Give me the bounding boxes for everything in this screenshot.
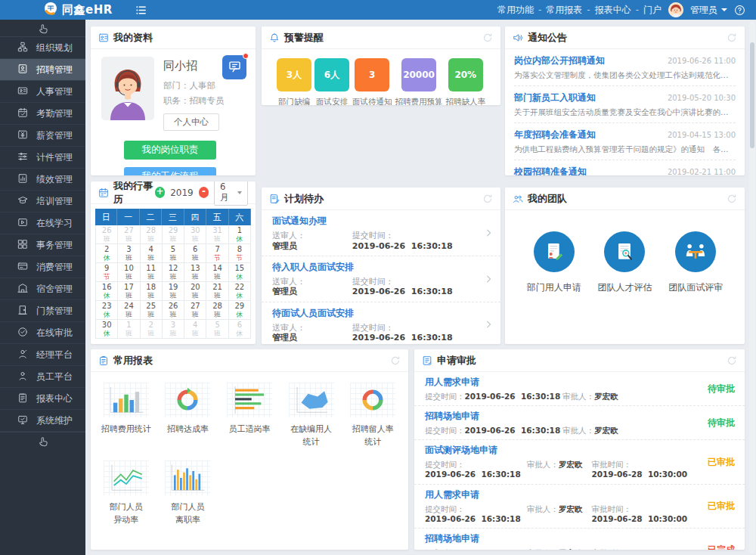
calendar-day-cell[interactable]: 26 班 xyxy=(96,225,118,244)
calendar-day-cell[interactable]: 2 休 xyxy=(96,244,118,263)
approval-title[interactable]: 招聘场地申请 xyxy=(425,411,479,422)
report-shortcut[interactable]: 招聘留人率 统计 xyxy=(342,383,404,448)
approval-title[interactable]: 面试测评场地申请 xyxy=(425,445,497,456)
sidebar-item[interactable]: 培训管理 xyxy=(0,191,85,212)
sidebar-item[interactable]: 计件管理 xyxy=(0,147,85,169)
calendar-day-cell[interactable]: 21 班 xyxy=(206,282,228,301)
personal-center-button[interactable]: 个人中心 xyxy=(163,113,219,131)
todo-item[interactable]: 待入职人员面试安排 送审人：管理员 提交时间：2019-06-26 16:30:… xyxy=(262,256,500,302)
alert-tile-value[interactable]: 3 xyxy=(355,58,389,91)
calendar-day-cell[interactable]: 14 班 xyxy=(206,263,228,282)
list-menu-icon[interactable] xyxy=(135,5,147,16)
alert-tile[interactable]: 3 面试待通知 xyxy=(352,58,392,105)
approval-item[interactable]: 用人需求申请 提交时间：2019-06-26 16:30:18 审批人：罗宏欧 … xyxy=(414,372,745,406)
sidebar-item[interactable]: 事务管理 xyxy=(0,234,85,256)
scrollbar-thumb[interactable] xyxy=(750,42,754,148)
todo-title[interactable]: 待面试人员面试安排 xyxy=(272,308,481,318)
calendar-day-cell[interactable]: 3 班 xyxy=(118,244,140,263)
notice-item[interactable]: 部门新员工入职通知 2019-05-20 10:30 关于开展班组安全活动质量竞… xyxy=(514,86,736,123)
refresh-icon[interactable] xyxy=(390,355,401,366)
topbar-nav-item[interactable]: 常用功能 xyxy=(497,4,534,17)
calendar-day-cell[interactable]: 5 班 xyxy=(206,320,228,339)
report-donut-arrow-icon[interactable] xyxy=(165,383,210,417)
month-select[interactable]: 6月 xyxy=(214,181,248,206)
sidebar-item[interactable]: 报表中心 xyxy=(0,388,85,410)
calendar-day-cell[interactable]: 16 休 xyxy=(96,282,118,301)
report-shortcut[interactable]: 招聘达成率 xyxy=(157,383,219,448)
topbar-nav-item[interactable]: 门户 xyxy=(643,4,662,17)
refresh-icon[interactable] xyxy=(727,194,737,204)
calendar-day-cell[interactable]: 18 班 xyxy=(141,282,163,301)
talent-evaluation-icon[interactable] xyxy=(604,231,645,272)
calendar-day-cell[interactable]: 10 班 xyxy=(118,263,140,282)
user-avatar[interactable] xyxy=(668,2,683,17)
sidebar-item[interactable]: 宿舍管理 xyxy=(0,278,85,300)
calendar-day-cell[interactable]: 26 班 xyxy=(163,301,184,320)
sidebar-item[interactable]: 消费管理 xyxy=(0,256,85,278)
approval-title[interactable]: 用人需求申请 xyxy=(425,377,479,388)
notice-item[interactable]: 校园招聘准备通知 2019-02-21 11:00 要进一步加强供用电合同管理，… xyxy=(514,160,736,175)
calendar-day-cell[interactable]: 17 班 xyxy=(118,282,140,301)
calendar-day-cell[interactable]: 23 休 xyxy=(96,301,118,320)
alert-tile[interactable]: 20000 招聘费用预算 xyxy=(395,58,443,105)
calendar-day-cell[interactable]: 5 班 xyxy=(163,244,184,263)
sidebar-item[interactable]: 组织规划 xyxy=(0,37,85,59)
team-shortcut[interactable]: 部门用人申请 xyxy=(527,231,581,294)
calendar-day-cell[interactable]: 4 班 xyxy=(184,320,206,339)
refresh-icon[interactable] xyxy=(482,33,493,43)
notice-title[interactable]: 年度招聘会准备通知 xyxy=(514,129,596,141)
sidebar-item[interactable]: 绩效管理 xyxy=(0,169,85,191)
calendar-day-cell[interactable]: 19 班 xyxy=(163,282,184,301)
report-shortcut[interactable]: 员工适岗率 xyxy=(218,383,280,448)
refresh-icon[interactable] xyxy=(482,194,493,204)
calendar-day-cell[interactable]: 12 班 xyxy=(163,263,184,282)
alert-tile-value[interactable]: 6人 xyxy=(314,58,349,91)
sidebar-item[interactable]: 经理平台 xyxy=(0,344,85,366)
report-columns-chart-icon[interactable] xyxy=(165,460,210,495)
todo-item[interactable]: 待面试人员面试安排 送审人：管理员 提交时间：2019-06-26 16:30:… xyxy=(262,302,500,344)
notice-item[interactable]: 年度招聘会准备通知 2019-04-15 13:00 为供电工程贴费纳入预算管理… xyxy=(514,123,736,160)
topbar-nav-item[interactable]: 常用报表 xyxy=(546,4,582,17)
report-shortcut[interactable]: 部门人员 离职率 xyxy=(157,460,219,526)
approval-status-badge[interactable]: 已审批 xyxy=(708,455,735,468)
calendar-day-cell[interactable]: 3 班 xyxy=(163,320,184,339)
my-duties-button[interactable]: 我的岗位职责 xyxy=(124,141,216,160)
alert-tile[interactable]: 20% 招聘缺人率 xyxy=(446,58,486,105)
report-area-chart-icon[interactable] xyxy=(289,383,334,417)
calendar-day-cell[interactable]: 30 休 xyxy=(96,320,118,339)
report-shortcut[interactable]: 部门人员 异动率 xyxy=(95,460,157,526)
calendar-day-cell[interactable]: 4 班 xyxy=(141,244,163,263)
hand-pointer-icon[interactable] xyxy=(0,20,85,37)
calendar-day-cell[interactable]: 22 休 xyxy=(229,282,251,301)
approval-status-badge[interactable]: 已审批 xyxy=(708,500,735,513)
user-menu[interactable]: 管理员 xyxy=(690,4,727,17)
approval-title[interactable]: 用人需求申请 xyxy=(425,489,479,501)
calendar-day-cell[interactable]: 13 班 xyxy=(184,263,206,282)
notice-title[interactable]: 岗位内部公开招聘通知 xyxy=(514,54,605,67)
page-scrollbar[interactable] xyxy=(749,21,755,553)
calendar-day-cell[interactable]: 1 休 xyxy=(229,225,251,244)
todo-title[interactable]: 待入职人员面试安排 xyxy=(272,262,481,272)
calendar-day-cell[interactable]: 7 节 xyxy=(206,244,228,263)
approval-status-badge[interactable]: 待审批 xyxy=(708,417,735,429)
sidebar-item[interactable]: 考勤管理 xyxy=(0,103,85,125)
sidebar-item[interactable]: 招聘管理 xyxy=(0,59,85,81)
report-bar-chart-icon[interactable] xyxy=(104,383,149,417)
calendar-day-cell[interactable]: 20 班 xyxy=(184,282,206,301)
chevron-right-icon[interactable] xyxy=(485,228,493,237)
alert-tile-value[interactable]: 3人 xyxy=(277,58,311,91)
calendar-day-cell[interactable]: 11 班 xyxy=(141,263,163,282)
calendar-day-cell[interactable]: 28 班 xyxy=(141,225,163,244)
calendar-day-cell[interactable]: 8 节 xyxy=(229,244,251,263)
notice-title[interactable]: 部门新员工入职通知 xyxy=(514,91,596,104)
sidebar-item[interactable]: 薪资管理 xyxy=(0,125,85,147)
topbar-nav-item[interactable]: 报表中心 xyxy=(595,4,631,17)
report-shortcut[interactable]: 在缺编用人 统计 xyxy=(280,383,342,448)
calendar-day-cell[interactable]: 28 班 xyxy=(206,301,228,320)
approval-status-badge[interactable]: 已完成 xyxy=(708,544,735,550)
my-workflow-button[interactable]: 我的工作流程 xyxy=(124,167,216,175)
sidebar-item[interactable]: 在线学习 xyxy=(0,212,85,234)
sidebar-item[interactable]: 人事管理 xyxy=(0,81,85,103)
interview-review-icon[interactable] xyxy=(675,231,716,272)
calendar-day-cell[interactable]: 27 班 xyxy=(184,301,206,320)
